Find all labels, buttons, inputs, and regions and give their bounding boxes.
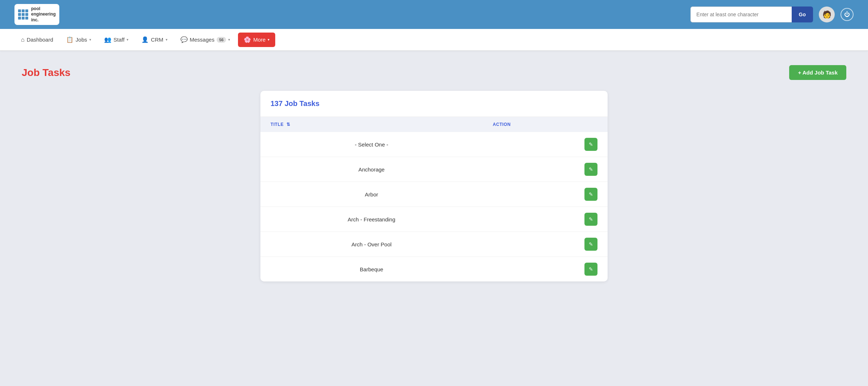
avatar: 🧑: [819, 7, 835, 22]
edit-task-button[interactable]: ✎: [584, 213, 597, 226]
nav-item-crm[interactable]: 👤 CRM ▾: [135, 29, 174, 51]
edit-task-button[interactable]: ✎: [584, 263, 597, 276]
task-action-cell: ✎: [482, 182, 608, 207]
task-title-cell: Arch - Freestanding: [260, 207, 482, 232]
task-title-cell: Arch - Over Pool: [260, 232, 482, 257]
table-header-row: TITLE ⇅ ACTION: [260, 117, 608, 132]
nav-label-jobs: Jobs: [76, 37, 87, 43]
header-right: Go 🧑 ⏻: [690, 7, 854, 22]
job-tasks-card: 137 Job Tasks TITLE ⇅ ACTION - Select On…: [260, 91, 608, 281]
task-title-cell: Arbor: [260, 182, 482, 207]
table-row: Anchorage✎: [260, 157, 608, 182]
more-chevron-icon: ▾: [268, 38, 269, 42]
nav-item-staff[interactable]: 👥 Staff ▾: [98, 29, 135, 51]
card-header: 137 Job Tasks: [260, 91, 608, 117]
edit-icon: ✎: [589, 141, 593, 147]
nav-item-dashboard[interactable]: ⌂ Dashboard: [14, 29, 60, 51]
table-head: TITLE ⇅ ACTION: [260, 117, 608, 132]
edit-icon: ✎: [589, 266, 593, 272]
edit-icon: ✎: [589, 241, 593, 247]
th-title-label: TITLE: [271, 122, 284, 127]
task-title-cell: - Select One -: [260, 132, 482, 157]
th-action: ACTION: [482, 117, 608, 132]
table-body: - Select One -✎Anchorage✎Arbor✎Arch - Fr…: [260, 132, 608, 281]
staff-chevron-icon: ▾: [127, 38, 128, 42]
nav-label-staff: Staff: [114, 37, 125, 43]
page-header: Job Tasks + Add Job Task: [22, 65, 846, 80]
messages-chevron-icon: ▾: [228, 38, 230, 42]
more-label: More: [253, 37, 265, 43]
task-action-cell: ✎: [482, 132, 608, 157]
task-action-cell: ✎: [482, 207, 608, 232]
edit-icon: ✎: [589, 166, 593, 172]
card-title: 137 Job Tasks: [271, 99, 319, 107]
nav-item-jobs[interactable]: 📋 Jobs ▾: [60, 29, 98, 51]
jobs-chevron-icon: ▾: [89, 38, 91, 42]
page-title: Job Tasks: [22, 67, 71, 79]
search-input[interactable]: [690, 7, 792, 22]
th-action-label: ACTION: [493, 122, 511, 127]
table-row: Arbor✎: [260, 182, 608, 207]
logo-grid: [18, 9, 28, 20]
table-row: - Select One -✎: [260, 132, 608, 157]
main-content: Job Tasks + Add Job Task 137 Job Tasks T…: [0, 51, 868, 296]
edit-task-button[interactable]: ✎: [584, 138, 597, 151]
nav-bar: ⌂ Dashboard 📋 Jobs ▾ 👥 Staff ▾ 👤 CRM ▾ 💬…: [0, 29, 868, 51]
power-button[interactable]: ⏻: [841, 8, 854, 21]
nav-label-dashboard: Dashboard: [27, 37, 53, 43]
crm-icon: 👤: [141, 36, 149, 43]
more-icon: 🌸: [244, 36, 251, 43]
task-title-cell: Barbeque: [260, 257, 482, 282]
table-row: Arch - Over Pool✎: [260, 232, 608, 257]
edit-icon: ✎: [589, 216, 593, 222]
header: pool engineering inc. Go 🧑 ⏻: [0, 0, 868, 29]
task-action-cell: ✎: [482, 257, 608, 282]
edit-task-button[interactable]: ✎: [584, 238, 597, 251]
dashboard-icon: ⌂: [21, 37, 25, 43]
task-action-cell: ✎: [482, 157, 608, 182]
task-action-cell: ✎: [482, 232, 608, 257]
crm-chevron-icon: ▾: [166, 38, 167, 42]
more-button[interactable]: 🌸 More ▾: [238, 33, 275, 47]
edit-task-button[interactable]: ✎: [584, 163, 597, 176]
messages-icon: 💬: [180, 36, 188, 43]
messages-badge: 56: [217, 37, 226, 43]
power-icon: ⏻: [844, 11, 850, 18]
staff-icon: 👥: [104, 36, 111, 43]
go-button[interactable]: Go: [792, 7, 813, 22]
sort-icon: ⇅: [286, 122, 290, 127]
edit-icon: ✎: [589, 191, 593, 197]
logo-area: pool engineering inc.: [14, 4, 59, 25]
search-box: Go: [690, 7, 813, 22]
task-title-cell: Anchorage: [260, 157, 482, 182]
nav-item-messages[interactable]: 💬 Messages 56 ▾: [174, 29, 237, 51]
nav-label-messages: Messages: [190, 37, 214, 43]
add-job-task-button[interactable]: + Add Job Task: [789, 65, 846, 80]
jobs-icon: 📋: [66, 36, 73, 43]
table-row: Arch - Freestanding✎: [260, 207, 608, 232]
task-table: TITLE ⇅ ACTION - Select One -✎Anchorage✎…: [260, 117, 608, 281]
nav-label-crm: CRM: [151, 37, 163, 43]
th-title[interactable]: TITLE ⇅: [260, 117, 482, 132]
edit-task-button[interactable]: ✎: [584, 188, 597, 201]
logo-text: pool engineering inc.: [31, 6, 56, 23]
table-row: Barbeque✎: [260, 257, 608, 282]
logo-box: pool engineering inc.: [14, 4, 59, 25]
